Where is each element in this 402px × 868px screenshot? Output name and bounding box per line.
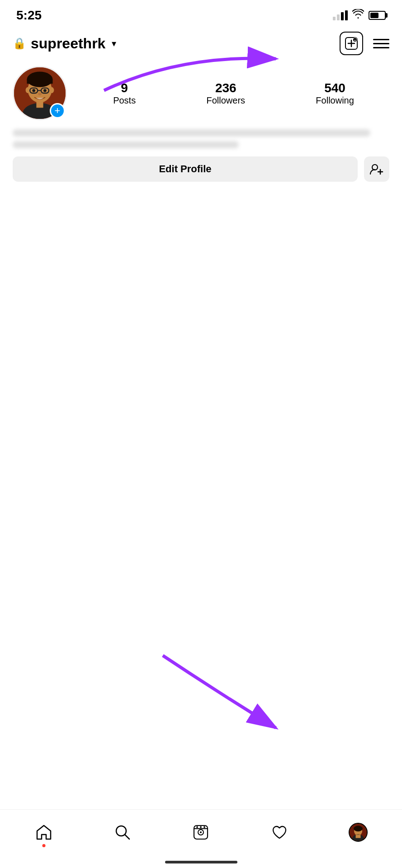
- status-icons: [333, 9, 386, 22]
- menu-button[interactable]: [373, 39, 389, 48]
- header-left: 🔒 supreethrk ▾: [13, 35, 116, 52]
- nav-home[interactable]: [21, 816, 66, 848]
- following-count: 540: [324, 81, 345, 95]
- menu-line: [373, 47, 389, 48]
- username[interactable]: supreethrk: [31, 35, 105, 52]
- svg-point-33: [200, 826, 202, 828]
- svg-point-34: [203, 826, 205, 828]
- menu-line: [373, 43, 389, 44]
- svg-point-32: [196, 826, 198, 828]
- svg-rect-39: [356, 835, 361, 838]
- svg-point-20: [38, 93, 42, 95]
- following-stat[interactable]: 540 Following: [316, 81, 354, 106]
- following-label: Following: [316, 95, 354, 106]
- edit-profile-button[interactable]: Edit Profile: [13, 156, 358, 182]
- followers-label: Followers: [206, 95, 245, 106]
- svg-point-13: [26, 87, 30, 93]
- posts-stat[interactable]: 9 Posts: [113, 81, 136, 106]
- profile-top: + 9 Posts 236 Followers 540 Following: [13, 66, 389, 120]
- nav-profile[interactable]: [336, 816, 381, 848]
- followers-count: 236: [215, 81, 236, 95]
- avatar-container: +: [13, 66, 67, 120]
- nav-activity[interactable]: [257, 816, 302, 848]
- svg-point-37: [354, 826, 363, 831]
- new-post-icon: +: [345, 37, 358, 50]
- svg-point-14: [50, 87, 54, 93]
- posts-count: 9: [121, 81, 128, 95]
- stats-container: 9 Posts 236 Followers 540 Following: [78, 81, 389, 106]
- menu-line: [373, 39, 389, 40]
- svg-line-27: [125, 835, 129, 839]
- add-friend-icon: [370, 163, 383, 175]
- profile-section: + 9 Posts 236 Followers 540 Following Ed…: [0, 60, 402, 189]
- plus-icon: +: [55, 106, 61, 116]
- action-buttons: Edit Profile: [13, 156, 389, 182]
- chevron-down-icon[interactable]: ▾: [112, 38, 116, 49]
- profile-avatar-nav[interactable]: [349, 823, 368, 842]
- bio-section: [13, 129, 389, 148]
- bio-line-1: [13, 129, 370, 137]
- status-bar: 5:25: [0, 0, 402, 27]
- home-notification-dot: [42, 844, 45, 847]
- lock-icon: 🔒: [13, 37, 26, 50]
- nav-reels[interactable]: [178, 816, 223, 848]
- profile-avatar-image: [350, 823, 367, 842]
- followers-stat[interactable]: 236 Followers: [206, 81, 245, 106]
- status-time: 5:25: [16, 8, 42, 23]
- add-story-button[interactable]: +: [50, 103, 65, 118]
- svg-rect-12: [27, 80, 53, 84]
- home-icon: [36, 824, 52, 840]
- battery-icon: [369, 11, 386, 20]
- new-post-button[interactable]: +: [340, 32, 363, 55]
- wifi-icon: [352, 9, 364, 22]
- header-right: +: [340, 32, 389, 55]
- svg-point-18: [32, 89, 35, 92]
- header: 🔒 supreethrk ▾ +: [0, 27, 402, 60]
- search-icon: [114, 824, 131, 840]
- svg-rect-22: [36, 101, 43, 108]
- home-indicator: [165, 861, 237, 863]
- svg-point-30: [200, 831, 202, 833]
- add-friend-button[interactable]: [364, 156, 389, 182]
- signal-icon: [333, 10, 348, 20]
- nav-search[interactable]: [100, 816, 145, 848]
- svg-point-19: [43, 89, 47, 92]
- svg-text:+: +: [354, 39, 356, 42]
- bottom-nav: [0, 809, 402, 868]
- reels-icon: [193, 824, 209, 840]
- bio-line-2: [13, 141, 239, 148]
- heart-icon: [271, 824, 288, 840]
- posts-label: Posts: [113, 95, 136, 106]
